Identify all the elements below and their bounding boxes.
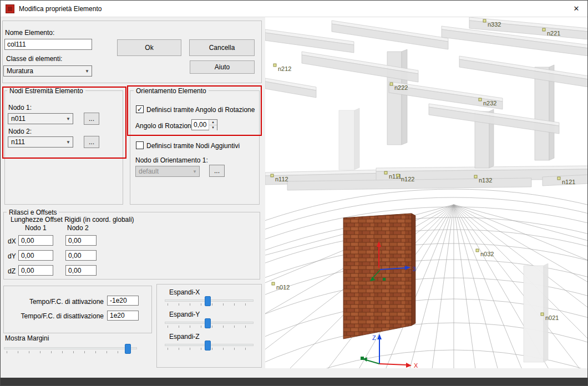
node2-label: Nodo 2: <box>8 128 32 135</box>
offset-col-node1: Nodo 1 <box>25 224 47 232</box>
releases-subtitle: Lunghezze Offset Rigidi (in coord. globa… <box>11 216 134 224</box>
expand-z-slider[interactable] <box>165 340 254 352</box>
svg-text:n132: n132 <box>479 177 492 184</box>
node-label: n012 <box>272 282 290 291</box>
dx-node1-input[interactable] <box>18 235 53 246</box>
aux-nodes-checkbox[interactable] <box>136 141 144 149</box>
node2-combobox[interactable]: n111 ▼ <box>8 136 73 148</box>
window-title: Modifica proprietà Elemento <box>19 5 102 13</box>
margins-label: Mostra Margini <box>5 334 49 342</box>
slider-thumb[interactable] <box>205 341 211 351</box>
svg-text:n112: n112 <box>275 176 288 182</box>
spin-up-icon[interactable]: ▲ <box>209 120 217 125</box>
angle-checkbox-label: Definisci tramite Angolo di Rotazione <box>146 106 255 114</box>
svg-text:n222: n222 <box>394 84 408 91</box>
end-nodes-legend: Nodi Estremità Elemento <box>7 87 85 95</box>
orientation-node-combobox: default ▼ <box>135 166 200 177</box>
node1-label: Nodo 1: <box>8 104 32 111</box>
chevron-down-icon: ▼ <box>190 169 199 174</box>
slider-thumb[interactable] <box>205 296 211 306</box>
angle-checkbox[interactable]: ✓ <box>136 105 144 113</box>
class-label: Classe di elementi: <box>6 55 62 63</box>
expand-z-label: Espandi-Z <box>169 333 200 341</box>
expand-x-slider[interactable] <box>165 296 254 308</box>
ok-button[interactable]: Ok <box>117 39 181 56</box>
titlebar: Modifica proprietà Elemento ✕ <box>1 1 587 17</box>
class-combobox[interactable]: Muratura ▼ <box>3 65 92 77</box>
app-icon <box>6 4 14 13</box>
slider-ticks <box>7 351 134 353</box>
expand-x-label: Espandi-X <box>169 288 200 296</box>
svg-text:n122: n122 <box>401 176 414 182</box>
releases-legend: Rilasci e Offsets <box>7 209 59 216</box>
orientation-node-browse-button[interactable]: ... <box>209 165 225 177</box>
svg-text:n221: n221 <box>547 30 560 37</box>
node1-value: n011 <box>8 115 64 123</box>
orientation-legend: Orientamento Elemento <box>134 87 209 95</box>
name-label: Nome Elemento: <box>5 29 54 37</box>
help-button[interactable]: Aiuto <box>190 60 255 74</box>
deactivation-input[interactable] <box>107 311 139 321</box>
activation-input[interactable] <box>107 296 139 306</box>
orientation-node-value: default <box>136 167 190 175</box>
slider-thumb[interactable] <box>125 344 131 354</box>
expand-y-slider[interactable] <box>165 318 254 330</box>
svg-text:n012: n012 <box>276 284 290 291</box>
dy-label: dY <box>8 252 16 260</box>
dx-label: dX <box>8 237 16 245</box>
offset-col-node2: Nodo 2 <box>67 224 89 232</box>
cancel-button[interactable]: Cancella <box>189 39 255 56</box>
svg-text:n032: n032 <box>480 251 494 257</box>
svg-text:n121: n121 <box>562 179 575 185</box>
dialog-window: Modifica proprietà Elemento ✕ Nome Eleme… <box>0 0 588 386</box>
aux-nodes-checkbox-label: Definisci tramite Nodi Aggiuntivi <box>146 142 240 150</box>
wall-axis-label: 3 <box>413 266 416 272</box>
dz-label: dZ <box>8 267 16 275</box>
dy-node1-input[interactable] <box>18 250 53 261</box>
spin-down-icon[interactable]: ▼ <box>209 125 217 130</box>
orientation-node-label: Nodo di Orientamento 1: <box>135 156 208 164</box>
node-label: n032 <box>476 249 494 257</box>
expand-y-label: Espandi-Y <box>169 311 200 318</box>
svg-text:n332: n332 <box>488 21 501 28</box>
svg-text:n111: n111 <box>389 173 402 180</box>
timing-box <box>3 286 152 333</box>
deactivation-label: Tempo/F.C. di disattivazione <box>21 312 104 320</box>
viewport-3d[interactable]: 3 Z X n332 n221 n212 n222 <box>265 17 588 368</box>
margins-slider[interactable] <box>4 343 137 355</box>
brick-wall <box>343 214 415 339</box>
taskbar <box>1 378 587 385</box>
element-name-input[interactable] <box>4 39 92 50</box>
rotation-angle-input[interactable] <box>192 120 209 130</box>
chevron-down-icon: ▼ <box>83 69 92 74</box>
rotation-angle-label: Angolo di Rotazione <box>135 122 195 130</box>
dy-node2-input[interactable] <box>65 250 97 261</box>
node2-browse-button[interactable]: ... <box>84 136 99 148</box>
axis-arrow-icon <box>377 334 382 339</box>
chevron-down-icon: ▼ <box>64 116 73 121</box>
svg-text:n212: n212 <box>278 65 291 72</box>
dx-node2-input[interactable] <box>65 235 97 246</box>
dz-node1-input[interactable] <box>18 265 53 276</box>
slider-track <box>4 347 137 349</box>
axis-arrow-icon <box>406 363 412 368</box>
node2-value: n111 <box>8 138 64 146</box>
dz-node2-input[interactable] <box>65 265 97 276</box>
node1-combobox[interactable]: n011 ▼ <box>8 113 73 124</box>
activation-label: Tempo/F.C. di attivazione <box>29 298 104 306</box>
axis-z-label: Z <box>372 334 376 341</box>
svg-text:n021: n021 <box>545 314 559 321</box>
class-value: Muratura <box>4 67 83 75</box>
rotation-angle-spinner: ▲ ▼ <box>191 119 217 130</box>
chevron-down-icon: ▼ <box>64 140 73 145</box>
svg-text:n232: n232 <box>483 100 496 106</box>
node1-browse-button[interactable]: ... <box>84 113 99 125</box>
axis-x-label: X <box>414 362 418 368</box>
floor-slabs <box>265 166 588 190</box>
close-button[interactable]: ✕ <box>565 1 587 17</box>
node-label: n212 <box>273 64 291 72</box>
slider-thumb[interactable] <box>205 318 211 328</box>
